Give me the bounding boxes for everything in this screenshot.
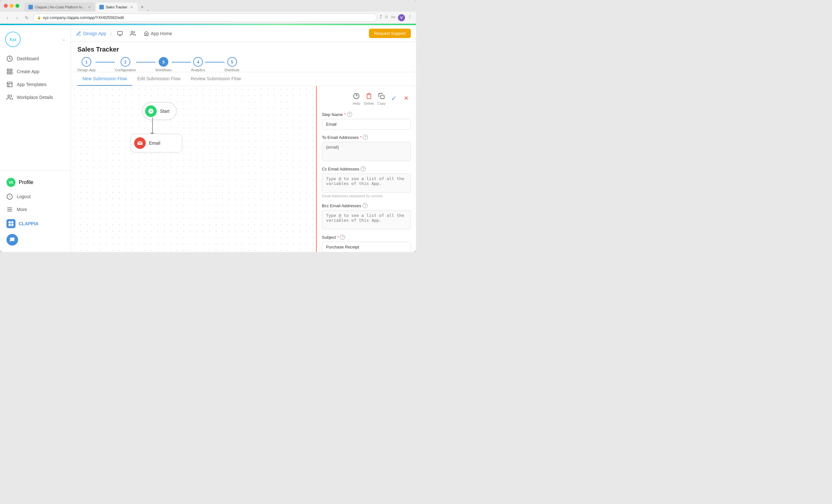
cc-email-help-icon[interactable]: ? — [361, 166, 366, 171]
bcc-email-help-icon[interactable]: ? — [362, 203, 368, 208]
step-connector-3-4 — [172, 62, 191, 62]
confirm-button[interactable]: ✓ — [389, 93, 398, 103]
sidebar-item-profile[interactable]: VE Profile — [0, 175, 71, 190]
to-email-help-icon[interactable]: ? — [363, 135, 368, 140]
create-app-icon — [6, 68, 13, 75]
subject-field: Subject * ? — [322, 234, 411, 252]
svg-rect-16 — [11, 221, 14, 224]
app-home-button[interactable]: App Home — [144, 31, 172, 36]
tab-edit-submission[interactable]: Edit Submission Flow — [132, 72, 186, 86]
step-1[interactable]: 1 Design App — [77, 57, 96, 72]
sidebar-item-logout[interactable]: Logout — [0, 190, 71, 203]
sidebar-item-workplace[interactable]: Workplace Details — [0, 91, 71, 104]
svg-rect-15 — [9, 221, 11, 224]
request-support-button[interactable]: Request Support — [369, 29, 411, 38]
copy-label: Copy — [377, 102, 386, 105]
step-name-input[interactable] — [322, 119, 411, 130]
close-button[interactable] — [4, 4, 8, 8]
panel-toolbar: Help Delete Copy — [322, 91, 411, 105]
logout-icon — [6, 193, 13, 200]
step-3[interactable]: 3 Workflows — [155, 57, 172, 72]
workflow-header: Sales Tracker 1 Design App 2 Configurati… — [71, 42, 416, 72]
bcc-email-textarea[interactable] — [322, 210, 411, 229]
tab-label-clappia: Clappia | No-Code Platform fo... — [35, 5, 85, 9]
tab-review-submission-label: Review Submission Flow — [191, 76, 241, 81]
reload-button[interactable]: ↻ — [23, 14, 30, 21]
extensions-icon[interactable]: ▭ — [391, 14, 395, 21]
tab-clappia[interactable]: Clappia | No-Code Platform fo... ✕ — [25, 3, 96, 11]
tab-review-submission[interactable]: Review Submission Flow — [186, 72, 246, 86]
step-5[interactable]: 5 Distribute — [225, 57, 239, 72]
tab-chevron-icon[interactable]: ⌄ — [147, 8, 149, 11]
share-icon[interactable]: ⤴ — [380, 14, 382, 21]
address-bar: ‹ › ↻ 🔒 xyz-company.clappia.com/app/YXH9… — [0, 11, 416, 24]
subject-input[interactable] — [322, 242, 411, 252]
sidebar-label-more: More — [17, 207, 27, 212]
menu-icon[interactable]: ⋮ — [408, 14, 412, 21]
new-tab-button[interactable]: + — [138, 3, 147, 11]
delete-button[interactable] — [364, 91, 374, 101]
step-connector-2-3 — [136, 62, 155, 62]
header-divider: | — [110, 31, 111, 36]
users-icon-button[interactable] — [128, 29, 137, 38]
step-name-required: * — [344, 112, 346, 117]
canvas-panel-container: Start Email — [71, 86, 416, 252]
chat-button[interactable] — [6, 234, 18, 246]
bookmark-icon[interactable]: ☆ — [384, 14, 389, 21]
maximize-button[interactable] — [16, 4, 19, 8]
sidebar-label-app-templates: App Templates — [17, 82, 47, 87]
tab-label-sales: Sales Tracker — [106, 5, 127, 9]
sidebar-brand: CLAPPIA — [0, 216, 71, 231]
sidebar-item-create-app[interactable]: Create App — [0, 65, 71, 78]
start-node[interactable]: Start — [142, 102, 177, 120]
svg-rect-2 — [10, 69, 12, 71]
to-email-input[interactable]: {email} — [322, 142, 411, 161]
flow-arrow-line — [152, 118, 153, 134]
screen-icon-button[interactable] — [115, 29, 125, 38]
design-app-button[interactable]: Design App — [76, 31, 106, 36]
step-2[interactable]: 2 Configuration — [115, 57, 136, 72]
close-button-panel[interactable]: ✕ — [401, 93, 411, 103]
cc-email-textarea[interactable] — [322, 173, 411, 193]
back-button[interactable]: ‹ — [4, 14, 11, 21]
step-4[interactable]: 4 Analytics — [191, 57, 205, 72]
lock-icon: 🔒 — [37, 16, 41, 19]
svg-rect-5 — [7, 82, 12, 87]
to-email-required: * — [360, 135, 362, 140]
app-body: Xyz ⌄ Dashboard Create App App Templates — [0, 25, 416, 252]
minimize-button[interactable] — [10, 4, 14, 8]
url-input[interactable]: 🔒 xyz-company.clappia.com/app/YXH925582/… — [33, 13, 377, 22]
request-support-label: Request Support — [374, 31, 406, 36]
tab-close-clappia[interactable]: ✕ — [87, 5, 92, 9]
step-1-circle: 1 — [82, 57, 91, 67]
pencil-icon — [76, 31, 81, 36]
subject-label: Subject * ? — [322, 234, 411, 240]
step-1-label: Design App — [77, 68, 96, 72]
tab-close-sales[interactable]: ✕ — [129, 5, 134, 9]
sidebar-item-dashboard[interactable]: Dashboard — [0, 52, 71, 65]
copy-button[interactable] — [376, 91, 386, 101]
tab-new-submission[interactable]: New Submission Flow — [77, 72, 132, 86]
sidebar-collapse-chevron[interactable]: ⌄ — [62, 37, 66, 41]
tab-sales-tracker[interactable]: Sales Tracker ✕ — [96, 3, 138, 11]
sidebar-item-app-templates[interactable]: App Templates — [0, 78, 71, 91]
tab-favicon-clappia — [28, 5, 33, 9]
help-button[interactable] — [352, 91, 361, 101]
help-toolbar-group: Help — [352, 91, 361, 105]
step-2-circle: 2 — [121, 57, 130, 67]
subject-required: * — [337, 235, 339, 240]
sidebar-item-more[interactable]: More — [0, 203, 71, 216]
help-label: Help — [353, 102, 360, 105]
subject-help-icon[interactable]: ? — [340, 234, 345, 240]
app-header: Design App | App Home Request Support — [71, 25, 416, 42]
step-name-field: Step Name * ? — [322, 112, 411, 130]
canvas-area[interactable]: Start Email — [71, 86, 316, 252]
logo-circle[interactable]: Xyz — [5, 32, 21, 47]
tab-new-submission-label: New Submission Flow — [82, 76, 127, 81]
forward-button[interactable]: › — [14, 14, 21, 21]
email-node[interactable]: Email — [131, 134, 182, 152]
step-name-help-icon[interactable]: ? — [347, 112, 352, 117]
user-avatar[interactable]: V — [398, 14, 405, 21]
home-icon — [144, 31, 149, 36]
browser-actions: ⤴ ☆ ▭ V ⋮ — [380, 14, 412, 21]
